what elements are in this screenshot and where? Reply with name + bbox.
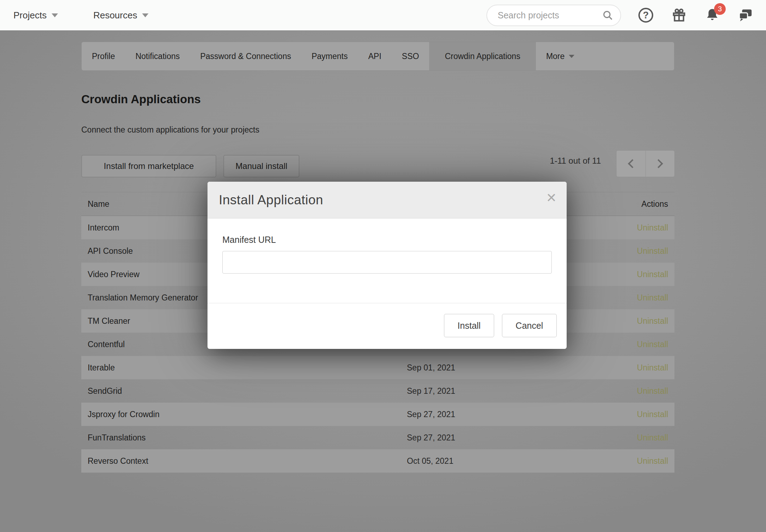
- installed-date: Sep 27, 2021: [407, 410, 555, 419]
- app-name: FunTranslations: [81, 433, 407, 443]
- manual-install-button[interactable]: Manual install: [223, 155, 299, 177]
- resources-menu-label: Resources: [93, 10, 137, 21]
- previous-page-button[interactable]: [616, 151, 645, 177]
- search-icon[interactable]: [602, 10, 613, 21]
- installed-date: Sep 27, 2021: [407, 433, 555, 443]
- next-page-button[interactable]: [645, 151, 675, 177]
- installed-date: Oct 05, 2021: [407, 456, 555, 466]
- tab-more[interactable]: More: [536, 42, 585, 70]
- chevron-right-icon: [654, 159, 663, 168]
- installed-date: Sep 17, 2021: [407, 386, 555, 396]
- help-button[interactable]: ?: [637, 7, 654, 24]
- column-header-actions: Actions: [555, 199, 674, 209]
- tab-notifications[interactable]: Notifications: [125, 42, 190, 70]
- help-icon: ?: [638, 8, 653, 23]
- installed-date: Sep 01, 2021: [407, 363, 555, 373]
- messages-button[interactable]: [737, 7, 754, 24]
- resources-menu[interactable]: Resources: [93, 10, 148, 21]
- uninstall-link[interactable]: Uninstall: [637, 270, 668, 279]
- projects-menu[interactable]: Projects: [13, 10, 58, 21]
- table-row: Jsproxy for Crowdin Sep 27, 2021 Uninsta…: [81, 403, 674, 426]
- tab-payments[interactable]: Payments: [301, 42, 358, 70]
- table-row: FunTranslations Sep 27, 2021 Uninstall: [81, 426, 674, 449]
- close-icon[interactable]: ✕: [546, 192, 557, 204]
- app-name: Iterable: [81, 363, 407, 373]
- modal-title: Install Application: [219, 193, 323, 207]
- gifts-button[interactable]: [671, 7, 688, 24]
- projects-menu-label: Projects: [13, 10, 47, 21]
- app-name: Reverso Context: [81, 456, 407, 466]
- cancel-button[interactable]: Cancel: [502, 314, 557, 337]
- table-row: Reverso Context Oct 05, 2021 Uninstall: [81, 449, 674, 473]
- chat-icon: [737, 7, 754, 23]
- notification-badge: 3: [714, 3, 726, 15]
- chevron-down-icon: [52, 13, 58, 17]
- uninstall-link[interactable]: Uninstall: [637, 363, 668, 372]
- chevron-left-icon: [628, 159, 637, 168]
- search-box: [486, 5, 621, 26]
- tab-sso[interactable]: SSO: [392, 42, 429, 70]
- modal-footer: Install Cancel: [207, 303, 567, 349]
- app-name: Jsproxy for Crowdin: [81, 410, 407, 419]
- chevron-down-icon: [142, 13, 148, 17]
- app-name: SendGrid: [81, 386, 407, 396]
- table-row: Iterable Sep 01, 2021 Uninstall: [81, 356, 674, 379]
- install-application-modal: Install Application ✕ Manifest URL Insta…: [207, 182, 567, 349]
- pagination-controls: [616, 150, 675, 177]
- settings-tabs: Profile Notifications Password & Connect…: [81, 42, 674, 71]
- page-subtitle: Connect the custom applications for your…: [81, 125, 259, 135]
- modal-header: Install Application ✕: [207, 182, 567, 218]
- topbar: Projects Resources ?: [0, 0, 766, 30]
- uninstall-link[interactable]: Uninstall: [637, 456, 668, 466]
- uninstall-link[interactable]: Uninstall: [637, 410, 668, 419]
- uninstall-link[interactable]: Uninstall: [637, 340, 668, 349]
- topbar-actions: ? 3: [486, 5, 754, 26]
- manifest-url-input[interactable]: [222, 251, 552, 274]
- uninstall-link[interactable]: Uninstall: [637, 293, 668, 302]
- pagination-label: 1-11 out of 11: [550, 156, 601, 166]
- chevron-down-icon: [569, 55, 574, 58]
- uninstall-link[interactable]: Uninstall: [637, 386, 668, 396]
- tab-password-connections[interactable]: Password & Connections: [190, 42, 301, 70]
- page-title: Crowdin Applications: [81, 93, 201, 106]
- install-from-marketplace-button[interactable]: Install from marketplace: [81, 155, 216, 177]
- tab-profile[interactable]: Profile: [82, 42, 125, 70]
- modal-body: Manifest URL: [207, 218, 567, 303]
- notifications-button[interactable]: 3: [704, 7, 721, 24]
- install-button[interactable]: Install: [444, 314, 494, 337]
- manifest-url-label: Manifest URL: [222, 235, 276, 245]
- table-row: SendGrid Sep 17, 2021 Uninstall: [81, 379, 674, 403]
- gift-icon: [671, 7, 687, 23]
- uninstall-link[interactable]: Uninstall: [637, 433, 668, 442]
- uninstall-link[interactable]: Uninstall: [637, 316, 668, 326]
- tab-crowdin-applications[interactable]: Crowdin Applications: [429, 42, 536, 70]
- search-input[interactable]: [486, 5, 621, 26]
- uninstall-link[interactable]: Uninstall: [637, 223, 668, 232]
- uninstall-link[interactable]: Uninstall: [637, 246, 668, 256]
- tab-api[interactable]: API: [358, 42, 392, 70]
